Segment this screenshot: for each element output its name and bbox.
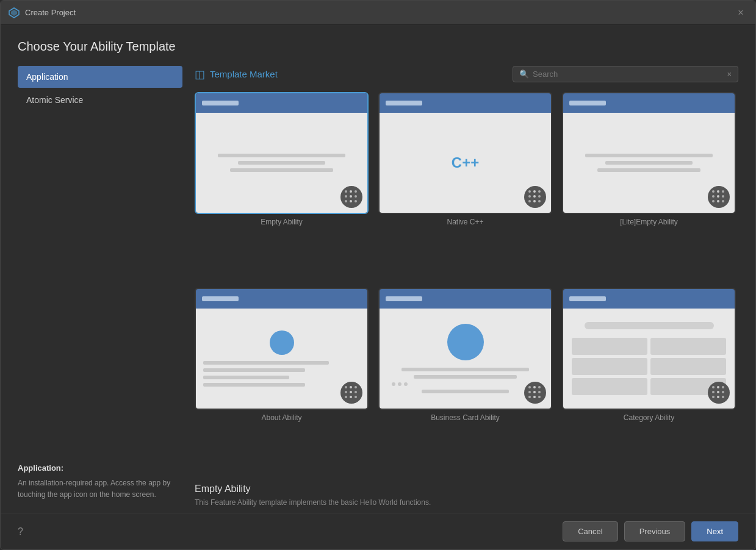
template-badge (340, 186, 362, 208)
bd1 (345, 190, 347, 193)
template-name-category-ability: Category Ability (624, 413, 674, 422)
bd4 (345, 195, 347, 198)
template-card-about-ability[interactable]: About Ability (195, 288, 369, 474)
thumb-header (196, 289, 367, 309)
template-thumbnail-about-ability (195, 288, 369, 410)
bd7 (345, 200, 347, 202)
thumb-header-bar (202, 296, 239, 301)
thumb-grid (568, 338, 730, 395)
template-card-empty-ability[interactable]: Empty Ability (195, 92, 369, 278)
template-name-empty-ability: Empty Ability (261, 218, 303, 226)
bd6 (355, 195, 357, 198)
template-thumbnail-empty-ability (195, 92, 369, 214)
thumb-line-3 (230, 168, 334, 172)
template-thumbnail-lite-empty (562, 92, 736, 214)
app-logo-icon (8, 7, 20, 19)
sidebar-desc-title: Application: (18, 463, 182, 473)
template-badge (708, 186, 730, 208)
sidebar-item-application[interactable]: Application (18, 66, 182, 88)
next-button[interactable]: Next (691, 521, 738, 541)
thumb-header (380, 289, 551, 309)
thumb-line-2 (238, 161, 326, 165)
template-market-text: Template Market (210, 69, 278, 79)
thumb-avatar-large (447, 324, 484, 360)
thumb-header-bar (386, 296, 422, 301)
bd8 (350, 200, 352, 202)
bd9 (355, 200, 357, 202)
badge-dots (528, 190, 542, 204)
footer: ? Cancel Previous Next (1, 513, 755, 549)
search-input[interactable] (533, 70, 727, 79)
content-area: Choose Your Ability Template Application… (1, 25, 755, 513)
right-panel: ◫ Template Market 🔍 × (182, 66, 738, 513)
template-name-about-ability: About Ability (261, 413, 301, 422)
template-badge (708, 382, 730, 404)
bd2 (350, 190, 352, 193)
template-market-label: ◫ Template Market (195, 68, 278, 81)
templates-grid: Empty Ability C++ (195, 92, 738, 474)
help-icon[interactable]: ? (18, 526, 23, 537)
thumb-header-bar (202, 101, 239, 105)
search-box[interactable]: 🔍 × (513, 66, 738, 82)
cpp-label: C++ (452, 154, 479, 171)
thumb-header-bar (569, 101, 606, 105)
thumb-header (563, 289, 735, 309)
create-project-window: Create Project × Choose Your Ability Tem… (0, 0, 756, 550)
search-clear-icon[interactable]: × (727, 70, 732, 79)
cancel-button[interactable]: Cancel (563, 521, 617, 541)
sidebar-desc-text: An installation-required app. Access the… (18, 477, 182, 501)
close-button[interactable]: × (733, 5, 748, 20)
template-name-native-cpp: Native C++ (447, 218, 483, 226)
template-card-business-card[interactable]: Business Card Ability (378, 288, 552, 474)
sidebar-item-atomic-service[interactable]: Atomic Service (18, 89, 182, 111)
thumb-header (196, 93, 367, 113)
template-card-native-cpp[interactable]: C++ Native C++ (378, 92, 552, 278)
template-badge (524, 382, 546, 404)
template-name-lite-empty: [Lite]Empty Ability (620, 218, 678, 226)
template-thumbnail-native-cpp: C++ (378, 92, 552, 214)
template-market-icon: ◫ (195, 68, 205, 81)
thumb-dots-row (392, 382, 408, 386)
thumb-header (563, 93, 735, 113)
selected-template-desc: This Feature Ability template implements… (195, 498, 738, 507)
template-badge (524, 186, 546, 208)
thumb-line-1 (218, 154, 345, 157)
badge-dots (345, 386, 358, 399)
selected-template-title: Empty Ability (195, 484, 738, 495)
badge-dots (712, 190, 725, 204)
window-title: Create Project (25, 8, 76, 17)
main-body: Application Atomic Service Application: … (18, 66, 738, 513)
thumb-header-bar (386, 101, 422, 105)
template-badge (340, 382, 362, 404)
thumb-search-bar (585, 322, 714, 329)
thumb-header (380, 93, 551, 113)
titlebar: Create Project × (1, 1, 755, 25)
template-name-business-card: Business Card Ability (431, 413, 500, 422)
sidebar: Application Atomic Service Application: … (18, 66, 182, 513)
panel-header: ◫ Template Market 🔍 × (195, 66, 738, 82)
page-title: Choose Your Ability Template (18, 40, 738, 54)
footer-buttons: Cancel Previous Next (563, 521, 738, 541)
previous-button[interactable]: Previous (624, 521, 686, 541)
svg-marker-1 (11, 10, 17, 16)
template-thumbnail-business-card (378, 288, 552, 410)
template-card-category-ability[interactable]: Category Ability (562, 288, 736, 474)
sidebar-description: Application: An installation-required ap… (18, 463, 182, 513)
badge-dots (528, 386, 542, 399)
search-icon: 🔍 (519, 70, 529, 79)
badge-dots (345, 190, 358, 204)
bd5 (350, 195, 352, 198)
badge-dots (712, 386, 725, 399)
thumb-avatar (270, 330, 294, 355)
template-card-lite-empty[interactable]: [Lite]Empty Ability (562, 92, 736, 278)
selected-template-info: Empty Ability This Feature Ability templ… (195, 474, 738, 513)
thumb-header-bar (569, 296, 606, 301)
template-thumbnail-category-ability (562, 288, 736, 410)
bd3 (355, 190, 357, 193)
